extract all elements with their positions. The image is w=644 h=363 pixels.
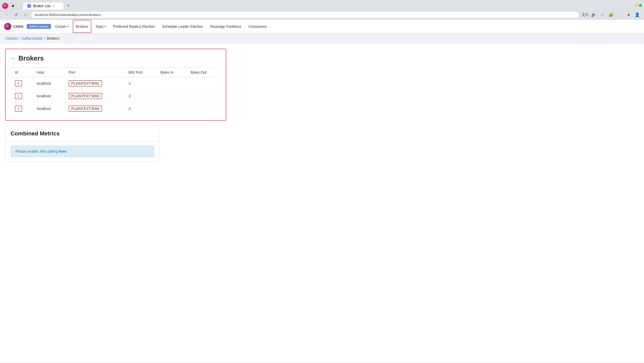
new-tab-button[interactable]: +	[65, 2, 72, 10]
nav-link-schedule-leader-election[interactable]: Schedule Leader Election	[159, 20, 206, 33]
active-tab[interactable]: Broker List ×	[23, 2, 64, 10]
broker-host-2: localhost	[33, 102, 65, 115]
tab-stack-button[interactable]: ▣	[10, 3, 15, 8]
combined-metrics-card: Combined Metrics Please enable JMX polli…	[5, 126, 159, 162]
favorites-icon[interactable]: ☆	[599, 11, 606, 18]
table-row: 2 localhost PLAINTEXT:9094 -1	[11, 102, 221, 115]
favorites-bar-icon[interactable]: ★	[625, 11, 632, 18]
table-row: 0 localhost PLAINTEXT:9092 -1	[11, 77, 221, 90]
broker-id-0[interactable]: 0	[11, 77, 33, 90]
col-jmx-port: JMX Port	[124, 68, 156, 77]
tab-title: Broker List	[33, 4, 50, 8]
broker-jmx-2: -1	[124, 102, 156, 115]
nav-link-topic[interactable]: Topic ▾	[92, 20, 109, 33]
broker-bytes-out-1	[186, 90, 221, 102]
breadcrumb: Clusters / kafka-cluster / Brokers	[0, 33, 644, 44]
jmx-notice: Please enable JMX polling here.	[11, 145, 154, 157]
maximize-button[interactable]	[639, 4, 642, 7]
breadcrumb-clusters[interactable]: Clusters	[5, 36, 18, 40]
nav-link-consumers[interactable]: Consumers	[245, 20, 270, 33]
broker-jmx-0: -1	[124, 77, 156, 90]
address-input[interactable]	[31, 11, 579, 18]
jmx-notice-suffix: .	[66, 149, 67, 153]
brokers-title: ← Brokers	[11, 54, 221, 62]
brokers-table: Id Host Port JMX Port Bytes In Bytes Out…	[11, 67, 221, 115]
table-row: 1 localhost PLAINTEXT:9093 -1	[11, 90, 221, 102]
back-button[interactable]: ‹	[3, 11, 10, 18]
topic-caret-icon: ▾	[104, 25, 106, 28]
brokers-card: ← Brokers Id Host Port JMX Port Bytes In…	[5, 49, 226, 121]
broker-jmx-1: -1	[124, 90, 156, 102]
home-button[interactable]: ⌂	[22, 11, 29, 18]
breadcrumb-sep-1: /	[20, 36, 21, 40]
broker-bytes-in-1	[156, 90, 186, 102]
broker-port-1: PLAINTEXT:9093	[65, 90, 124, 102]
broker-bytes-out-0	[186, 77, 221, 90]
brand: CMAK	[4, 23, 24, 30]
breadcrumb-kafka-cluster[interactable]: kafka-cluster	[22, 36, 43, 40]
read-aloud-icon[interactable]: 🔊	[590, 11, 597, 18]
col-port: Port	[65, 68, 124, 77]
metrics-body: Please enable JMX polling here.	[5, 141, 159, 161]
broker-id-1[interactable]: 1	[11, 90, 33, 102]
back-arrow-icon: ←	[11, 55, 16, 61]
jmx-link[interactable]: here	[59, 149, 67, 153]
browser-icon	[2, 3, 8, 9]
navbar: CMAK kafka-cluster Cluster ▾ Brokers Top…	[0, 20, 644, 33]
jmx-notice-text: Please enable JMX polling	[15, 149, 59, 153]
nav-link-reassign-partitions[interactable]: Reassign Partitions	[207, 20, 245, 33]
col-id: Id	[11, 68, 33, 77]
split-view-icon[interactable]: ⬜	[616, 11, 623, 18]
brand-name: CMAK	[13, 24, 24, 29]
metrics-title: Combined Metrics	[5, 126, 159, 141]
refresh-button[interactable]: ↺	[12, 11, 20, 18]
translate-icon[interactable]: 文A	[581, 11, 588, 18]
profile-icon[interactable]: 👤	[634, 11, 641, 18]
nav-link-cluster[interactable]: Cluster ▾	[52, 20, 71, 33]
cluster-badge[interactable]: kafka-cluster	[27, 24, 51, 29]
broker-port-0: PLAINTEXT:9092	[65, 77, 124, 90]
col-bytes-out: Bytes Out	[186, 68, 221, 77]
breadcrumb-sep-2: /	[44, 36, 46, 40]
brand-icon	[4, 23, 11, 30]
broker-host-0: localhost	[33, 77, 65, 90]
col-host: Host	[33, 68, 65, 77]
broker-port-2: PLAINTEXT:9094	[65, 102, 124, 115]
broker-bytes-in-2	[156, 102, 186, 115]
broker-host-1: localhost	[33, 90, 65, 102]
nav-link-preferred-replica-election[interactable]: Preferred Replica Election	[110, 20, 158, 33]
broker-id-2[interactable]: 2	[11, 102, 33, 115]
breadcrumb-current: Brokers	[47, 36, 59, 40]
nav-link-brokers[interactable]: Brokers	[73, 20, 91, 33]
col-bytes-in: Bytes In	[156, 68, 186, 77]
tab-close-icon[interactable]: ×	[52, 4, 55, 8]
minimize-button[interactable]	[635, 4, 638, 7]
extensions-icon[interactable]: 🧩	[607, 11, 615, 18]
tab-split-button[interactable]: ⬜	[16, 3, 22, 8]
tab-favicon	[27, 4, 31, 8]
broker-bytes-in-0	[156, 77, 186, 90]
broker-bytes-out-2	[186, 102, 221, 115]
cluster-caret-icon: ▾	[67, 25, 69, 28]
